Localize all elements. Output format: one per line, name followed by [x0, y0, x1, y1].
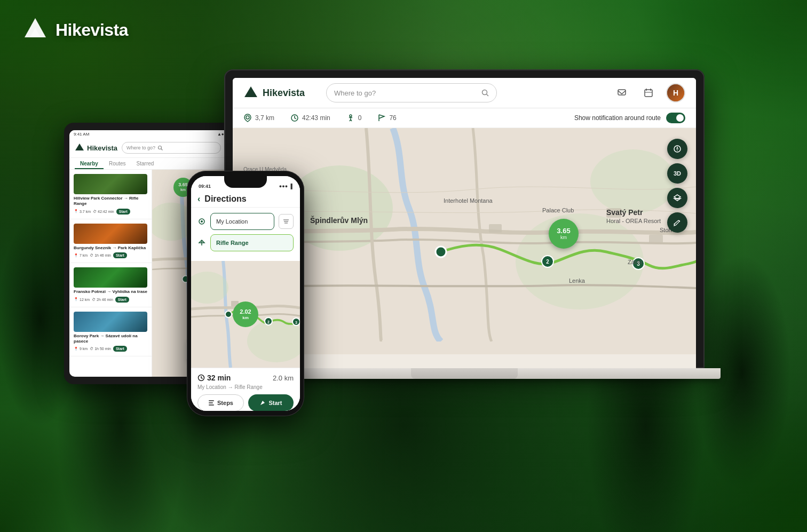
compass-button[interactable] — [667, 139, 687, 159]
phone-route-time-row: 32 min 2.0 km — [197, 374, 294, 382]
tab-nearby[interactable]: Nearby — [75, 158, 104, 169]
brand-name: Hikevista — [56, 20, 128, 40]
laptop-search-icon — [481, 89, 489, 97]
poi-zatisi: Zátiší — [628, 259, 642, 265]
brand-logo-icon — [21, 16, 49, 44]
laptop-notch — [411, 368, 518, 379]
message-button[interactable] — [613, 84, 631, 102]
laptop-search-bar[interactable]: Where to go? — [326, 83, 497, 102]
phone-action-buttons: Steps Start — [197, 394, 294, 411]
from-input-field[interactable]: My Location — [210, 213, 274, 230]
trail-start-btn-1[interactable]: Start — [116, 209, 130, 215]
calendar-button[interactable] — [639, 84, 658, 102]
laptop-distance-badge: 3.65 km — [549, 219, 579, 249]
phone-notch — [224, 176, 267, 188]
3d-label: 3D — [674, 170, 681, 177]
laptop-brand: Hikevista — [243, 85, 305, 100]
phone-device: 09:41 ●●● ▐ ‹ Directions — [187, 171, 304, 416]
trail-start-btn-4[interactable]: Start — [113, 346, 127, 352]
stat-time-value: 42:43 min — [302, 114, 330, 122]
laptop-logo-icon — [243, 85, 258, 100]
stat-rating-value: 76 — [389, 114, 396, 122]
notification-label: Show notification around route — [574, 114, 661, 122]
tablet-trail-list: Hillview Park Connector → Rifle Range 📍 … — [69, 170, 152, 377]
location-dot-icon — [197, 217, 206, 226]
tablet-brand: Hikevista — [75, 143, 117, 153]
laptop-stats-bar: 3,7 km 42:43 min 0 — [233, 108, 696, 128]
to-input-row: Rifle Range — [197, 234, 294, 251]
phone-route-info: 32 min 2.0 km My Location → Rifle Range … — [191, 368, 300, 411]
3d-button[interactable]: 3D — [667, 163, 687, 184]
list-item[interactable]: Burgundy Sneznik → Park Kaplička 📍 7 km … — [69, 219, 152, 263]
trail-distance-4: 📍 9 km — [74, 347, 88, 351]
steps-button[interactable]: Steps — [197, 394, 244, 411]
list-item[interactable]: Fransko Potrezi → Vyhlídka na trase 📍 12… — [69, 263, 152, 307]
poi-lenka: Lenka — [569, 277, 585, 284]
trail-start-btn-3[interactable]: Start — [115, 297, 129, 303]
trail-meta-2: 📍 7 km ⏱ 1h 46 min Start — [74, 252, 147, 258]
phone-app-header: ‹ Directions — [191, 191, 300, 208]
phone-status-icons: ●●● ▐ — [279, 184, 292, 189]
svg-line-5 — [487, 94, 489, 97]
map-tools: 3D — [667, 139, 687, 233]
edit-button[interactable] — [667, 212, 687, 233]
from-placeholder: My Location — [216, 218, 248, 225]
hiker-icon — [346, 114, 355, 122]
to-value: Rifle Range — [216, 240, 249, 246]
svg-point-34 — [159, 146, 162, 149]
tablet-search-bar[interactable]: Where to go? — [122, 142, 221, 154]
svg-marker-29 — [676, 148, 678, 152]
trail-image-2 — [74, 224, 147, 244]
notification-toggle[interactable]: Show notification around route — [574, 113, 685, 123]
start-label: Start — [268, 400, 282, 406]
phone-distance-badge: 2.02 km — [233, 301, 258, 327]
phone-time-value: 32 min — [207, 374, 231, 382]
navigation-icon — [259, 400, 266, 406]
town-label-spindle: Špindlerův Mlýn — [310, 216, 368, 225]
stat-walkers: 0 — [346, 114, 362, 122]
message-icon — [617, 88, 627, 98]
tab-routes[interactable]: Routes — [104, 158, 131, 169]
tablet-logo-icon — [75, 143, 84, 153]
trail-time-1: ⏱ 42:42 min — [93, 210, 114, 213]
trail-title-2: Burgundy Sneznik → Park Kaplička — [74, 245, 147, 251]
compass-icon — [673, 145, 682, 153]
trail-title-4: Borovy Park → Sázavé udolí na pasece — [74, 334, 147, 345]
origin-icon — [198, 218, 205, 225]
svg-text:2: 2 — [267, 320, 270, 324]
to-input-field[interactable]: Rifle Range — [210, 234, 294, 251]
svg-point-11 — [246, 116, 249, 119]
stat-distance-value: 3,7 km — [255, 114, 274, 122]
laptop-search-text: Where to go? — [334, 89, 477, 97]
phone-route-label: My Location → Rifle Range — [197, 384, 294, 390]
leaf-overlay-bl — [0, 399, 107, 532]
user-avatar[interactable]: H — [666, 83, 685, 102]
svg-rect-61 — [209, 400, 214, 401]
phone-route-distance: 2.0 km — [273, 374, 294, 382]
trail-start-btn-2[interactable]: Start — [113, 252, 127, 258]
trail-image-3 — [74, 267, 147, 288]
trail-title-1: Hillview Park Connector → Rifle Range — [74, 196, 147, 207]
start-navigation-button[interactable]: Start — [248, 394, 294, 411]
flag-icon — [377, 114, 386, 122]
tablet-status-bar: 9:41 AM ▲●●● 100% — [69, 130, 246, 138]
clock-small-icon — [197, 374, 205, 382]
layers-icon — [673, 194, 682, 202]
filter-button[interactable] — [279, 214, 294, 229]
stat-rating: 76 — [377, 114, 396, 122]
tab-starred[interactable]: Starred — [131, 158, 160, 169]
from-input-row: My Location — [197, 213, 294, 230]
layers-button[interactable] — [667, 188, 687, 208]
toggle-switch[interactable] — [666, 113, 685, 123]
svg-text:3: 3 — [295, 321, 297, 324]
svg-rect-7 — [645, 90, 652, 97]
tablet-search-placeholder: Where to go? — [126, 145, 155, 150]
back-button[interactable]: ‹ — [197, 194, 200, 204]
phone-map[interactable]: 2 3 2.02 km — [191, 261, 300, 368]
list-item[interactable]: Borovy Park → Sázavé udolí na pasece 📍 9… — [69, 307, 152, 357]
edit-icon — [673, 218, 682, 227]
tablet-search-icon — [157, 145, 163, 150]
list-item[interactable]: Hillview Park Connector → Rifle Range 📍 … — [69, 170, 152, 219]
tablet-brand-name: Hikevista — [87, 144, 117, 152]
trail-meta-3: 📍 12 km ⏱ 2h 46 min Start — [74, 297, 147, 303]
